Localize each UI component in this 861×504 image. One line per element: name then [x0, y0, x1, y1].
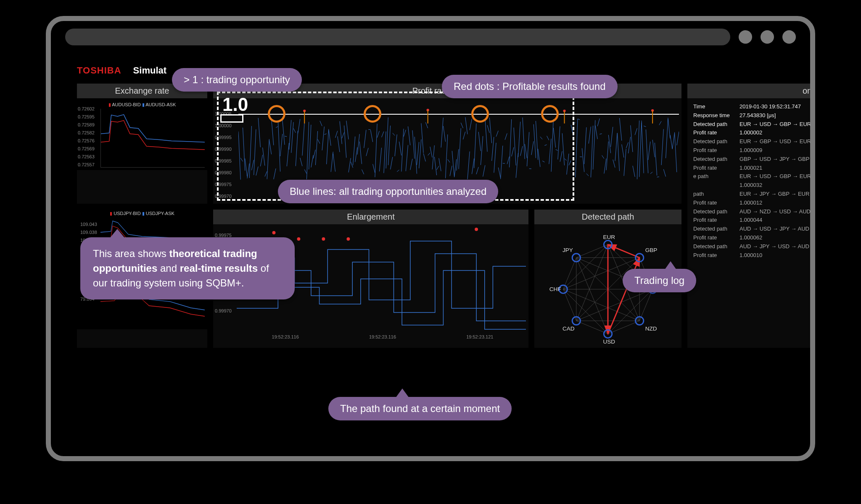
svg-line-61 [370, 130, 372, 142]
svg-line-131 [525, 144, 527, 158]
svg-line-48 [342, 132, 344, 138]
svg-line-160 [589, 126, 591, 143]
svg-line-150 [567, 154, 569, 175]
svg-line-229 [576, 289, 653, 321]
svg-line-23 [287, 143, 289, 166]
svg-line-119 [498, 168, 500, 178]
svg-line-63 [375, 123, 377, 177]
svg-line-164 [597, 118, 600, 126]
svg-line-184 [642, 121, 644, 173]
svg-line-58 [364, 130, 366, 148]
line-chart [100, 109, 205, 168]
address-bar[interactable] [65, 29, 730, 45]
svg-line-116 [492, 137, 494, 161]
svg-line-124 [510, 119, 512, 167]
legend-ask: USDJPY-ASK [146, 211, 174, 216]
svg-line-181 [635, 128, 637, 135]
svg-point-209 [272, 231, 276, 234]
svg-line-97 [450, 166, 452, 176]
svg-line-30 [302, 122, 304, 155]
svg-line-100 [457, 149, 459, 171]
info-log: Time2019-01-30 19:52:31.747Response time… [687, 98, 815, 264]
svg-line-218 [576, 244, 608, 321]
svg-line-54 [355, 147, 357, 162]
svg-line-167 [604, 159, 606, 174]
svg-line-171 [613, 160, 615, 168]
svg-line-90 [434, 157, 436, 176]
svg-line-39 [322, 126, 324, 150]
svg-line-76 [404, 130, 406, 136]
svg-line-196 [668, 118, 670, 138]
svg-text:USD: USD [603, 339, 615, 345]
highlight-circle-icon [268, 105, 285, 123]
svg-line-77 [406, 145, 408, 171]
svg-line-35 [313, 150, 315, 159]
svg-line-168 [606, 142, 608, 170]
svg-line-187 [648, 142, 650, 160]
svg-line-183 [639, 123, 642, 177]
svg-line-162 [593, 120, 595, 170]
svg-line-24 [289, 120, 291, 150]
svg-line-95 [446, 134, 448, 178]
legend-bid: USDJPY-BID [114, 211, 140, 216]
svg-line-172 [615, 133, 617, 161]
svg-line-141 [547, 136, 549, 140]
svg-line-59 [366, 148, 368, 156]
svg-line-84 [421, 123, 423, 153]
svg-line-88 [430, 147, 432, 158]
svg-line-137 [538, 149, 540, 167]
svg-line-52 [351, 162, 353, 168]
svg-line-27 [296, 131, 298, 166]
svg-line-32 [306, 122, 309, 179]
svg-line-10 [258, 118, 260, 147]
svg-line-136 [536, 121, 538, 160]
callout-trading-log: Trading log [623, 269, 696, 292]
window-control-icon[interactable] [782, 30, 796, 44]
svg-line-43 [331, 152, 333, 172]
svg-line-165 [600, 134, 602, 134]
svg-line-96 [448, 159, 450, 162]
svg-line-28 [298, 119, 300, 134]
dashboard-grid: Exchange rate ▮ AUDUSD-BID ▮ AUDUSD-ASK … [68, 80, 793, 351]
svg-line-70 [391, 157, 393, 170]
svg-line-234 [563, 289, 640, 321]
svg-line-179 [631, 125, 633, 152]
svg-line-105 [467, 152, 470, 179]
svg-line-107 [472, 158, 474, 174]
svg-line-53 [353, 136, 355, 165]
svg-line-118 [496, 131, 498, 136]
svg-line-4 [245, 158, 247, 176]
svg-line-8 [254, 129, 256, 175]
svg-line-40 [324, 134, 326, 134]
svg-line-193 [661, 129, 663, 165]
browser-topbar [51, 21, 810, 52]
svg-line-44 [333, 153, 335, 171]
svg-line-47 [340, 121, 342, 144]
panel-title: Detected path [534, 210, 681, 224]
svg-line-91 [437, 166, 439, 170]
svg-text:GBP: GBP [645, 247, 658, 253]
y-axis-ticks: 1.000051.000000.999950.999900.999850.999… [215, 110, 232, 204]
svg-line-190 [655, 143, 657, 176]
svg-line-134 [531, 141, 534, 155]
window-control-icon[interactable] [739, 30, 752, 44]
chart-body: ▮ AUDUSD-BID ▮ AUDUSD-ASK 0.726020.72595… [77, 98, 207, 170]
callout-text: and [157, 262, 180, 274]
svg-line-68 [386, 117, 388, 168]
svg-line-16 [272, 119, 274, 145]
svg-line-57 [362, 170, 364, 174]
callout-path-found: The path found at a certain moment [328, 397, 512, 420]
svg-line-98 [452, 151, 454, 176]
window-control-icon[interactable] [761, 30, 774, 44]
svg-line-45 [335, 131, 338, 138]
svg-line-194 [663, 169, 666, 177]
svg-line-122 [505, 134, 507, 140]
svg-line-142 [549, 139, 551, 164]
svg-line-71 [393, 133, 395, 136]
svg-line-146 [558, 126, 560, 160]
svg-line-6 [249, 126, 251, 178]
svg-line-62 [373, 164, 375, 173]
svg-line-42 [329, 130, 331, 146]
svg-line-66 [382, 131, 384, 137]
svg-point-212 [346, 237, 350, 241]
